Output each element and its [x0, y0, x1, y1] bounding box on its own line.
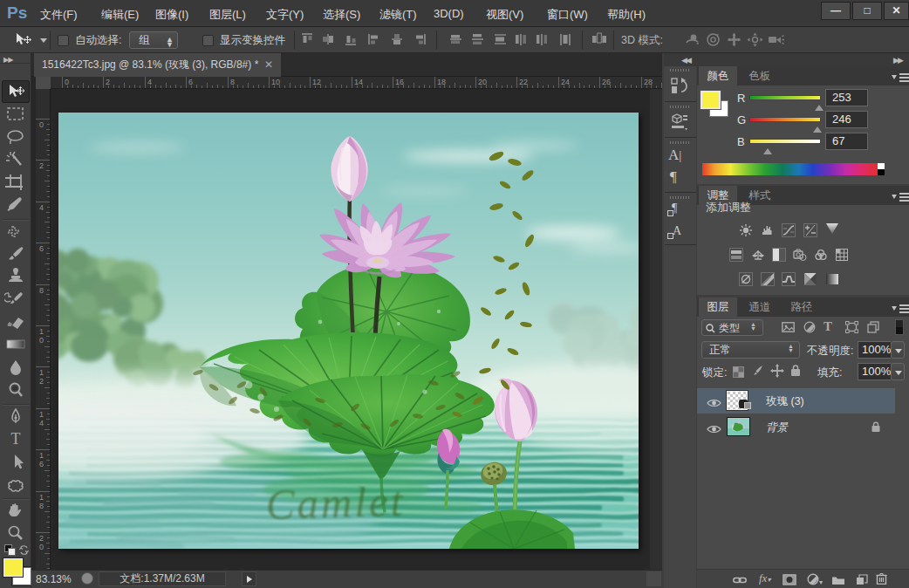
- svg-text:T: T: [11, 430, 21, 448]
